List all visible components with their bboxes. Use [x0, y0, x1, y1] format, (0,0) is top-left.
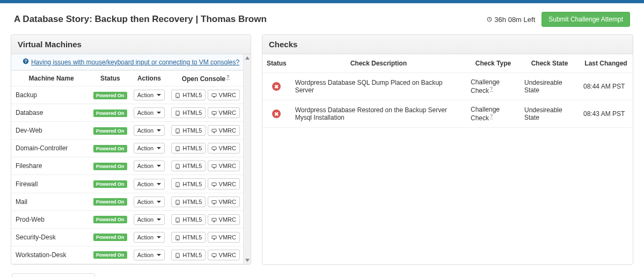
open-html5-button[interactable]: HTML5 [171, 161, 206, 171]
scroll-up-icon[interactable] [245, 55, 250, 61]
open-vmrc-button[interactable]: VMRC [208, 107, 240, 118]
vm-name: Prod-Web [11, 210, 90, 228]
monitor-icon [211, 145, 217, 151]
caret-down-icon [157, 94, 161, 96]
action-dropdown[interactable]: Action [134, 250, 165, 260]
caret-down-icon [157, 129, 161, 132]
action-dropdown[interactable]: Action [134, 90, 165, 100]
open-vmrc-button[interactable]: VMRC [208, 90, 240, 100]
help-icon[interactable]: ? [490, 113, 493, 119]
vm-name: Database [11, 104, 90, 122]
open-vmrc-button[interactable]: VMRC [208, 196, 240, 207]
tablet-icon [175, 145, 180, 151]
open-vmrc-button[interactable]: VMRC [208, 250, 240, 260]
svg-rect-32 [212, 254, 216, 257]
open-html5-button[interactable]: HTML5 [171, 125, 206, 136]
submit-challenge-button[interactable]: Submit Challenge Attempt [541, 12, 630, 27]
open-vmrc-button[interactable]: VMRC [208, 178, 240, 189]
vm-table: Machine Name Status Actions Open Console… [11, 70, 243, 264]
tab-documentation[interactable]: Documentation [12, 273, 95, 277]
open-vmrc-button[interactable]: VMRC [208, 125, 240, 136]
svg-rect-14 [212, 147, 216, 150]
tab-challenge-info[interactable]: Challenge Info [97, 274, 177, 277]
power-badge: Powered On [93, 92, 127, 99]
svg-point-25 [178, 221, 178, 222]
action-dropdown[interactable]: Action [134, 196, 165, 207]
open-vmrc-button[interactable]: VMRC [208, 143, 240, 154]
tablet-icon [175, 110, 180, 116]
open-vmrc-button[interactable]: VMRC [208, 214, 240, 225]
open-html5-button[interactable]: HTML5 [171, 143, 206, 154]
tablet-icon [175, 127, 180, 134]
help-icon: ? [23, 58, 29, 66]
svg-rect-11 [212, 129, 216, 132]
action-dropdown[interactable]: Action [134, 107, 165, 118]
open-html5-button[interactable]: HTML5 [171, 196, 206, 207]
open-html5-button[interactable]: HTML5 [171, 232, 206, 243]
power-badge: Powered On [93, 163, 127, 170]
checks-col-type: Check Type [466, 54, 520, 73]
tab-meeting-notes[interactable]: Meeting Notes [179, 274, 259, 277]
svg-rect-17 [212, 165, 216, 167]
open-vmrc-button[interactable]: VMRC [208, 232, 240, 243]
caret-down-icon [157, 147, 161, 149]
power-badge: Powered On [93, 216, 127, 223]
open-vmrc-button[interactable]: VMRC [208, 161, 240, 171]
vm-name: Mail [11, 193, 90, 210]
vm-scrollbar[interactable] [243, 54, 251, 264]
power-badge: Powered On [93, 180, 127, 188]
check-description: Wordpress Database Restored on the Backu… [291, 100, 466, 128]
page-title: A Database Story: Backup then Recovery |… [14, 14, 267, 25]
open-html5-button[interactable]: HTML5 [171, 214, 206, 225]
clock-icon [487, 17, 492, 22]
table-row: DatabasePowered OnActionHTML5 VMRC [11, 104, 243, 122]
time-left: 36h 08m Left [487, 16, 535, 24]
checks-col-desc: Check Description [291, 54, 466, 73]
monitor-icon [211, 180, 217, 187]
scroll-down-icon[interactable] [245, 258, 250, 263]
open-html5-button[interactable]: HTML5 [171, 250, 206, 260]
table-row: Prod-WebPowered OnActionHTML5 VMRC [11, 210, 243, 228]
svg-point-31 [178, 257, 178, 257]
table-row: Dev-WebPowered OnActionHTML5 VMRC [11, 122, 243, 140]
tablet-icon [175, 199, 180, 205]
action-dropdown[interactable]: Action [134, 232, 165, 243]
table-row: FilesharePowered OnActionHTML5 VMRC [11, 157, 243, 175]
action-dropdown[interactable]: Action [134, 214, 165, 225]
svg-text:?: ? [24, 59, 27, 64]
open-html5-button[interactable]: HTML5 [171, 178, 206, 189]
action-dropdown[interactable]: Action [134, 143, 165, 154]
vm-name: Dev-Web [11, 122, 90, 140]
open-html5-button[interactable]: HTML5 [171, 107, 206, 118]
vm-issue-banner: ? Having issues with mouse/keyboard inpu… [11, 54, 251, 70]
monitor-icon [211, 127, 217, 134]
svg-point-4 [178, 97, 178, 97]
action-dropdown[interactable]: Action [134, 125, 165, 136]
help-icon[interactable]: ? [226, 74, 230, 80]
tablet-icon [175, 180, 180, 187]
checks-table: Status Check Description Check Type Chec… [262, 54, 633, 128]
caret-down-icon [157, 183, 161, 185]
svg-rect-29 [212, 236, 216, 238]
check-state: Undesireable State [520, 100, 579, 128]
tablet-icon [175, 163, 180, 169]
table-row: ✖Wordpress Database Restored on the Back… [262, 100, 633, 128]
caret-down-icon [157, 236, 161, 238]
monitor-icon [211, 216, 217, 223]
vm-issue-link[interactable]: ? Having issues with mouse/keyboard inpu… [23, 58, 239, 66]
tab-network-map[interactable]: Network Map [261, 274, 336, 277]
table-row: Security-DeskPowered OnActionHTML5 VMRC [11, 228, 243, 246]
help-icon[interactable]: ? [490, 86, 493, 92]
svg-rect-20 [212, 183, 216, 185]
svg-rect-5 [212, 94, 216, 97]
open-html5-button[interactable]: HTML5 [171, 90, 206, 100]
monitor-icon [211, 252, 217, 258]
vm-name: Domain-Controller [11, 140, 90, 157]
svg-point-28 [178, 239, 178, 239]
check-description: Wordpress Database SQL Dump Placed on Ba… [291, 73, 466, 100]
action-dropdown[interactable]: Action [134, 161, 165, 171]
svg-point-7 [178, 115, 178, 115]
action-dropdown[interactable]: Action [134, 179, 165, 189]
vm-name: Security-Desk [11, 228, 90, 246]
svg-point-13 [178, 150, 178, 151]
